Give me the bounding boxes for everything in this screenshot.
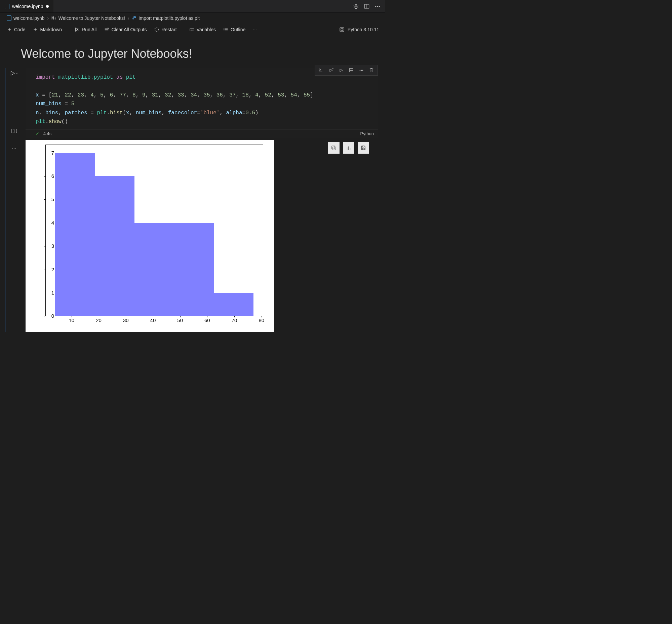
svg-marker-42: [11, 71, 15, 75]
svg-point-38: [362, 70, 363, 71]
execution-time: 4.4s: [43, 131, 52, 136]
svg-marker-28: [319, 69, 321, 71]
save-output-button[interactable]: [358, 142, 369, 154]
add-code-button[interactable]: Code: [4, 26, 28, 34]
split-editor-icon[interactable]: [364, 3, 370, 9]
y-tick-label: 5: [41, 196, 54, 202]
run-cell-button[interactable]: [9, 70, 19, 76]
breadcrumb-cell[interactable]: import matplotlib.pyplot as plt: [132, 16, 200, 21]
y-tick-label: 0: [41, 313, 54, 319]
add-markdown-button[interactable]: Markdown: [30, 26, 64, 34]
dirty-indicator-icon: [46, 5, 49, 8]
y-tick-label: 3: [41, 243, 54, 249]
code-editor[interactable]: import matplotlib.pyplot as plt x = [21,…: [26, 68, 378, 129]
chevron-right-icon: ›: [128, 16, 129, 21]
execute-below-button[interactable]: [336, 66, 346, 74]
notebook-toolbar: Code Markdown Run All Clear All Outputs …: [0, 24, 385, 37]
x-tick-label: 10: [67, 317, 77, 323]
svg-point-36: [360, 70, 360, 71]
cell-language[interactable]: Python: [360, 131, 374, 136]
code-cell: [1] ··· import matplotlib.pyplot as plt …: [5, 68, 385, 332]
markdown-icon: M↓: [51, 16, 56, 21]
execution-count: [1]: [10, 129, 18, 133]
tab-title: welcome.ipynb: [12, 4, 43, 9]
python-icon: [132, 16, 137, 21]
cell-gutter: [1] ···: [7, 70, 21, 152]
notebook-icon: [7, 16, 11, 21]
y-tick-mark: [44, 293, 45, 293]
execute-above-button[interactable]: [326, 66, 336, 74]
page-title: Welcome to Jupyter Notebooks!: [0, 37, 385, 68]
x-tick-label: 20: [94, 317, 104, 323]
x-tick-label: 80: [257, 317, 266, 323]
tab-actions: [348, 3, 385, 9]
success-check-icon: ✓: [36, 131, 39, 136]
separator: [183, 27, 183, 33]
x-tick-label: 30: [121, 317, 131, 323]
svg-rect-44: [332, 146, 335, 149]
x-tick-mark: [261, 316, 262, 317]
x-tick-mark: [99, 316, 99, 317]
svg-rect-49: [362, 148, 364, 150]
svg-rect-43: [333, 147, 336, 150]
breadcrumb-section[interactable]: M↓ Welcome to Jupyter Notebooks!: [51, 16, 125, 21]
cell-output: 012345671020304050607080: [26, 140, 385, 332]
outline-button[interactable]: Outline: [221, 26, 248, 34]
svg-marker-12: [77, 28, 79, 32]
y-tick-mark: [44, 199, 45, 200]
kernel-selector[interactable]: Python 3.10.11: [339, 27, 381, 33]
svg-marker-11: [75, 28, 78, 32]
svg-point-25: [224, 31, 224, 31]
x-tick-mark: [126, 316, 126, 317]
delete-cell-button[interactable]: [366, 66, 377, 74]
notebook-icon: [5, 4, 9, 9]
gear-icon[interactable]: [353, 3, 359, 9]
code-content[interactable]: import matplotlib.pyplot as plt x = [21,…: [26, 68, 378, 129]
kernel-label: Python 3.10.11: [347, 27, 379, 32]
y-tick-label: 4: [41, 220, 54, 226]
clear-outputs-button[interactable]: Clear All Outputs: [101, 26, 149, 34]
x-tick-mark: [180, 316, 181, 317]
variables-button[interactable]: x Variables: [187, 26, 218, 34]
cell-toolbar: [315, 65, 378, 76]
output-menu-button[interactable]: ···: [12, 146, 16, 152]
svg-point-23: [224, 28, 224, 28]
cell-more-button[interactable]: [356, 66, 366, 74]
expand-chart-button[interactable]: [343, 142, 354, 154]
svg-point-6: [133, 17, 134, 17]
chevron-right-icon: ›: [47, 16, 49, 21]
tab-bar: welcome.ipynb: [0, 0, 385, 13]
svg-rect-27: [341, 29, 343, 31]
x-tick-mark: [207, 316, 207, 317]
output-toolbar: [328, 142, 369, 154]
x-tick-mark: [153, 316, 153, 317]
svg-rect-35: [350, 71, 353, 72]
x-tick-label: 70: [229, 317, 239, 323]
copy-output-button[interactable]: [328, 142, 339, 154]
cell-status-bar: ✓ 4.4s Python: [26, 129, 378, 137]
svg-marker-32: [340, 69, 342, 72]
svg-point-24: [224, 29, 224, 30]
x-tick-label: 40: [148, 317, 158, 323]
more-icon[interactable]: [374, 3, 381, 9]
toolbar-more-button[interactable]: ···: [250, 26, 260, 34]
svg-point-3: [376, 6, 376, 6]
separator: [68, 27, 68, 33]
x-tick-label: 60: [202, 317, 212, 323]
svg-marker-30: [330, 69, 333, 72]
svg-point-5: [379, 6, 380, 6]
x-tick-mark: [234, 316, 235, 317]
y-tick-label: 1: [41, 290, 54, 295]
tab-welcome[interactable]: welcome.ipynb: [0, 0, 53, 12]
svg-rect-26: [340, 28, 344, 32]
x-tick-label: 50: [175, 317, 185, 323]
run-all-button[interactable]: Run All: [72, 26, 99, 34]
breadcrumb-file[interactable]: welcome.ipynb: [7, 16, 45, 21]
svg-rect-39: [370, 69, 373, 72]
restart-button[interactable]: Restart: [151, 26, 179, 34]
run-by-line-button[interactable]: [316, 66, 326, 74]
split-cell-button[interactable]: [346, 66, 356, 74]
svg-rect-48: [362, 146, 364, 147]
y-tick-mark: [44, 176, 45, 177]
svg-point-4: [377, 6, 378, 6]
